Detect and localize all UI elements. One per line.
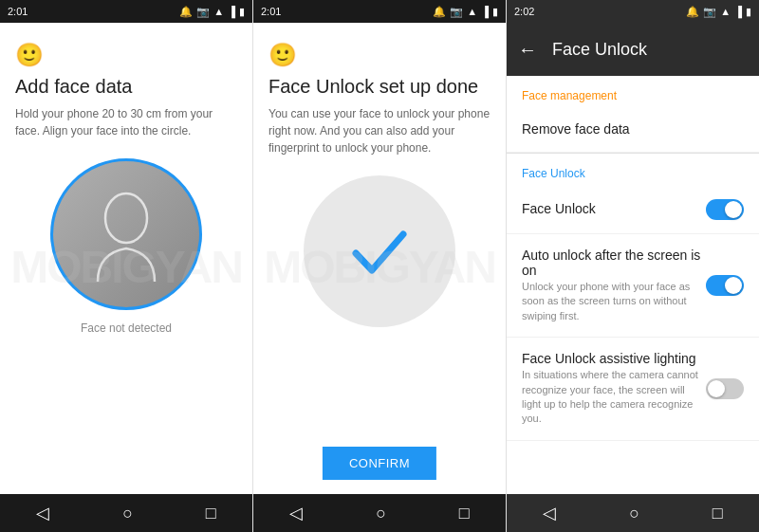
home-nav-icon[interactable]: ○ (122, 504, 133, 523)
battery-icon: ▮ (239, 6, 245, 18)
signal-bars: ▐ (228, 6, 235, 17)
face-unlock-item-title: Face Unlock (522, 201, 706, 216)
face-unlock-track (706, 199, 744, 220)
assistive-lighting-item[interactable]: Face Unlock assistive lighting In situat… (507, 338, 759, 441)
right-screenshot-icon: 📷 (703, 6, 716, 18)
face-unlock-section-label: Face Unlock (507, 154, 759, 186)
right-nav-bar: ◁ ○ □ (507, 494, 759, 532)
assistive-lighting-thumb (708, 380, 725, 397)
assistive-lighting-title: Face Unlock assistive lighting (522, 351, 706, 366)
face-circle (50, 158, 202, 310)
auto-unlock-desc: Unlock your phone with your face as soon… (522, 280, 706, 323)
mid-subtitle: You can use your face to unlock your pho… (268, 105, 491, 156)
checkmark-svg (342, 213, 417, 289)
face-unlock-thumb (725, 201, 742, 218)
assistive-lighting-desc: In situations where the camera cannot re… (522, 368, 706, 427)
mid-time: 2:01 (261, 6, 281, 17)
right-status-icons: 🔔 📷 ▲ ▐ ▮ (686, 6, 751, 18)
mid-status-bar: 2:01 🔔 📷 ▲ ▐ ▮ (253, 0, 506, 23)
face-unlock-toggle[interactable] (706, 199, 744, 220)
right-panel: 2:02 🔔 📷 ▲ ▐ ▮ ← Face Unlock Face manage… (507, 0, 759, 532)
right-header: ← Face Unlock (507, 23, 759, 76)
auto-unlock-thumb (725, 277, 742, 294)
mid-battery-icon: ▮ (492, 6, 498, 18)
mid-back-nav[interactable]: ◁ (289, 503, 303, 523)
left-panel: 2:01 🔔 📷 ▲ ▐ ▮ 🙂 Add face data Hold your… (0, 0, 253, 532)
auto-unlock-track (706, 275, 744, 296)
left-subtitle: Hold your phone 20 to 30 cm from your fa… (15, 105, 237, 139)
mid-screenshot-icon: 📷 (450, 6, 463, 18)
face-silhouette-svg (83, 182, 169, 286)
face-management-section-label: Face management (507, 76, 759, 108)
left-time: 2:01 (8, 6, 28, 17)
right-status-bar: 2:02 🔔 📷 ▲ ▐ ▮ (507, 0, 759, 23)
mid-emoji: 🙂 (268, 42, 297, 68)
right-signal-bars: ▐ (734, 6, 742, 17)
auto-unlock-item[interactable]: Auto unlock after the screen is on Unloc… (507, 234, 759, 338)
right-back-arrow[interactable]: ← (518, 39, 537, 61)
mid-recents-nav[interactable]: □ (459, 504, 470, 523)
mid-nav-bar: ◁ ○ □ (253, 494, 506, 532)
right-notification-icon: 🔔 (686, 6, 699, 18)
face-label: Face not detected (81, 321, 172, 335)
right-back-nav[interactable]: ◁ (543, 503, 556, 523)
mid-status-icons: 🔔 📷 ▲ ▐ ▮ (433, 6, 498, 18)
auto-unlock-title: Auto unlock after the screen is on (522, 248, 706, 278)
left-content: 🙂 Add face data Hold your phone 20 to 30… (0, 23, 252, 494)
mid-title: Face Unlock set up done (268, 76, 478, 98)
face-unlock-item[interactable]: Face Unlock (507, 186, 759, 234)
check-container (268, 175, 491, 327)
assistive-lighting-track (706, 378, 744, 399)
mid-signal-bars: ▐ (481, 6, 489, 17)
screenshot-icon: 📷 (196, 6, 210, 18)
right-content: Face management Remove face data Face Un… (507, 76, 759, 494)
notification-icon: 🔔 (179, 6, 193, 18)
back-nav-icon[interactable]: ◁ (36, 503, 49, 523)
right-battery-icon: ▮ (746, 6, 751, 18)
svg-point-0 (105, 193, 147, 243)
auto-unlock-toggle[interactable] (706, 275, 744, 296)
mid-wifi-icon: ▲ (467, 6, 477, 17)
recents-nav-icon[interactable]: □ (206, 504, 216, 523)
wifi-icon: ▲ (213, 6, 224, 17)
left-status-icons: 🔔 📷 ▲ ▐ ▮ (179, 6, 245, 18)
left-title: Add face data (15, 76, 132, 98)
check-circle (304, 175, 455, 327)
mid-notification-icon: 🔔 (433, 6, 446, 18)
mid-content: 🙂 Face Unlock set up done You can use yo… (253, 23, 506, 494)
right-recents-nav[interactable]: □ (713, 504, 723, 523)
right-time: 2:02 (514, 6, 534, 17)
confirm-button[interactable]: CONFIRM (323, 447, 436, 480)
remove-face-data-title: Remove face data (522, 121, 744, 137)
right-header-title: Face Unlock (552, 40, 647, 60)
mid-panel: 2:01 🔔 📷 ▲ ▐ ▮ 🙂 Face Unlock set up done… (253, 0, 507, 532)
left-emoji: 🙂 (15, 42, 44, 68)
left-status-bar: 2:01 🔔 📷 ▲ ▐ ▮ (0, 0, 252, 23)
assistive-lighting-toggle[interactable] (706, 378, 744, 399)
right-wifi-icon: ▲ (720, 6, 731, 17)
face-container: Face not detected (15, 158, 237, 335)
left-nav-bar: ◁ ○ □ (0, 494, 252, 532)
mid-home-nav[interactable]: ○ (376, 504, 386, 523)
remove-face-data-item[interactable]: Remove face data (507, 108, 759, 153)
right-home-nav[interactable]: ○ (629, 504, 639, 523)
